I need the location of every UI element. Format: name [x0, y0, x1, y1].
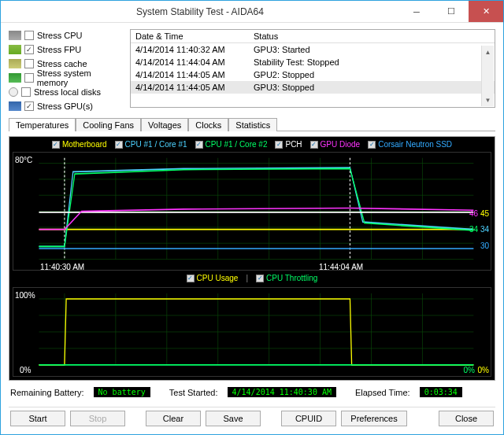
legend-checkbox[interactable]: [368, 141, 376, 149]
stress-label: Stress system memory: [37, 68, 124, 87]
started-value: 4/14/2014 11:40:30 AM: [228, 387, 336, 397]
battery-label: Remaining Battery:: [10, 388, 84, 397]
legend-checkbox[interactable]: [52, 141, 60, 149]
stress-checkbox[interactable]: [24, 45, 34, 54]
stress-options: Stress CPUStress FPUStress cacheStress s…: [9, 29, 124, 112]
legend-checkbox[interactable]: [187, 275, 195, 282]
log-datetime: 4/14/2014 11:44:05 AM: [131, 81, 249, 94]
stress-item-fpu: Stress FPU: [9, 43, 124, 56]
content-area: Stress CPUStress FPUStress cacheStress s…: [1, 23, 503, 434]
mem-icon: [9, 73, 21, 83]
tab-cooling-fans[interactable]: Cooling Fans: [76, 118, 141, 131]
log-row[interactable]: 4/14/2014 11:44:04 AMStability Test: Sto…: [131, 56, 495, 68]
scroll-up-icon[interactable]: ▲: [482, 46, 494, 58]
log-status: GPU3: Stopped: [249, 81, 495, 94]
usage-r1: 0%: [478, 366, 489, 374]
stress-label: Stress GPU(s): [37, 101, 93, 111]
legend-label: CPU Usage: [197, 274, 239, 282]
legend-label: CPU Throttling: [266, 274, 317, 282]
tab-voltages[interactable]: Voltages: [141, 118, 188, 131]
legend-label: Motherboard: [62, 140, 107, 149]
clear-button[interactable]: Clear: [146, 411, 201, 426]
legend-item: GPU Diode: [310, 140, 361, 149]
tab-clocks[interactable]: Clocks: [188, 118, 228, 131]
chart-area: MotherboardCPU #1 / Core #1CPU #1 / Core…: [9, 136, 495, 381]
tab-statistics[interactable]: Statistics: [228, 118, 277, 131]
log-datetime: 4/14/2014 11:40:32 AM: [131, 43, 249, 56]
close-window-button[interactable]: ✕: [469, 1, 503, 22]
log-header-status[interactable]: Status: [249, 30, 495, 42]
close-button[interactable]: Close: [439, 411, 494, 426]
log-rows[interactable]: 4/14/2014 11:40:32 AMGPU3: Started4/14/2…: [131, 43, 495, 105]
usage-chart-svg: [13, 288, 491, 376]
legend-label: GPU Diode: [321, 140, 361, 149]
log-datetime: 4/14/2014 11:44:05 AM: [131, 68, 249, 81]
usage-legend: CPU Usage|CPU Throttling: [13, 274, 491, 282]
preferences-button[interactable]: Preferences: [341, 411, 407, 426]
cpuid-button[interactable]: CPUID: [281, 411, 336, 426]
top-row: Stress CPUStress FPUStress cacheStress s…: [9, 29, 495, 112]
stress-checkbox[interactable]: [24, 31, 34, 40]
log-status: Stability Test: Stopped: [249, 56, 495, 68]
log-scrollbar[interactable]: ▲ ▼: [481, 46, 494, 106]
legend-item: Motherboard: [52, 140, 107, 149]
temp-r4: 34: [469, 225, 478, 234]
legend-item: CPU Throttling: [256, 274, 317, 282]
start-button[interactable]: Start: [10, 411, 65, 426]
cache-icon: [9, 59, 21, 68]
temp-tstart-label: 11:40:30 AM: [40, 263, 84, 271]
minimize-button[interactable]: ─: [399, 1, 434, 22]
stress-item-cpu: Stress CPU: [9, 29, 124, 42]
tab-bar: TemperaturesCooling FansVoltagesClocksSt…: [9, 117, 495, 131]
stress-checkbox[interactable]: [24, 73, 34, 83]
gpu-icon: [9, 101, 21, 111]
legend-checkbox[interactable]: [275, 141, 283, 149]
legend-item: CPU Usage: [187, 274, 239, 282]
log-header-datetime[interactable]: Date & Time: [131, 30, 249, 42]
temp-r5: 30: [480, 241, 489, 250]
temp-chart-svg: [13, 153, 491, 270]
temp-r1: 45: [480, 209, 489, 218]
legend-label: PCH: [285, 140, 302, 149]
save-button[interactable]: Save: [206, 411, 261, 426]
legend-item: CPU #1 / Core #1: [115, 140, 187, 149]
stress-label: Stress FPU: [37, 45, 81, 54]
legend-checkbox[interactable]: [195, 141, 203, 149]
legend-label: CPU #1 / Core #1: [125, 140, 187, 149]
stress-item-mem: Stress system memory: [9, 72, 124, 84]
log-datetime: 4/14/2014 11:44:04 AM: [131, 56, 249, 68]
log-row[interactable]: 4/14/2014 11:44:05 AMGPU3: Stopped: [131, 81, 495, 94]
maximize-button[interactable]: ☐: [434, 1, 469, 22]
temperature-chart: 80°C 11:40:30 AM 11:44:04 AM 45 46 34 34…: [13, 152, 491, 271]
legend-item: PCH: [275, 140, 302, 149]
legend-checkbox[interactable]: [256, 275, 264, 282]
stress-checkbox[interactable]: [24, 101, 34, 111]
app-window: System Stability Test - AIDA64 ─ ☐ ✕ Str…: [0, 0, 504, 435]
temp-r3: 34: [480, 225, 489, 234]
scroll-down-icon[interactable]: ▼: [482, 94, 494, 106]
stress-label: Stress local disks: [34, 87, 101, 97]
stop-button[interactable]: Stop: [70, 411, 125, 426]
stress-label: Stress cache: [37, 59, 87, 68]
battery-value: No battery: [94, 387, 150, 397]
temp-r2: 46: [469, 209, 478, 218]
log-status: GPU2: Stopped: [249, 68, 495, 81]
window-buttons: ─ ☐ ✕: [399, 1, 503, 22]
tab-temperatures[interactable]: Temperatures: [9, 118, 76, 131]
usage-r2: 0%: [464, 366, 475, 374]
usage-ymin-label: 0%: [20, 366, 31, 374]
status-bar: Remaining Battery: No battery Test Start…: [9, 385, 495, 402]
legend-label: Corsair Neutron SSD: [378, 140, 452, 149]
stress-checkbox[interactable]: [21, 87, 31, 97]
log-row[interactable]: 4/14/2014 11:44:05 AMGPU2: Stopped: [131, 68, 495, 81]
log-status: GPU3: Started: [249, 43, 495, 56]
legend-item: CPU #1 / Core #2: [195, 140, 268, 149]
disk-icon: [9, 87, 18, 97]
legend-checkbox[interactable]: [115, 141, 123, 149]
stress-checkbox[interactable]: [24, 59, 34, 68]
legend-checkbox[interactable]: [310, 141, 318, 149]
elapsed-value: 0:03:34: [420, 387, 462, 397]
temp-tend-label: 11:44:04 AM: [319, 263, 363, 271]
elapsed-label: Elapsed Time:: [355, 388, 410, 397]
log-row[interactable]: 4/14/2014 11:40:32 AMGPU3: Started: [131, 43, 495, 56]
